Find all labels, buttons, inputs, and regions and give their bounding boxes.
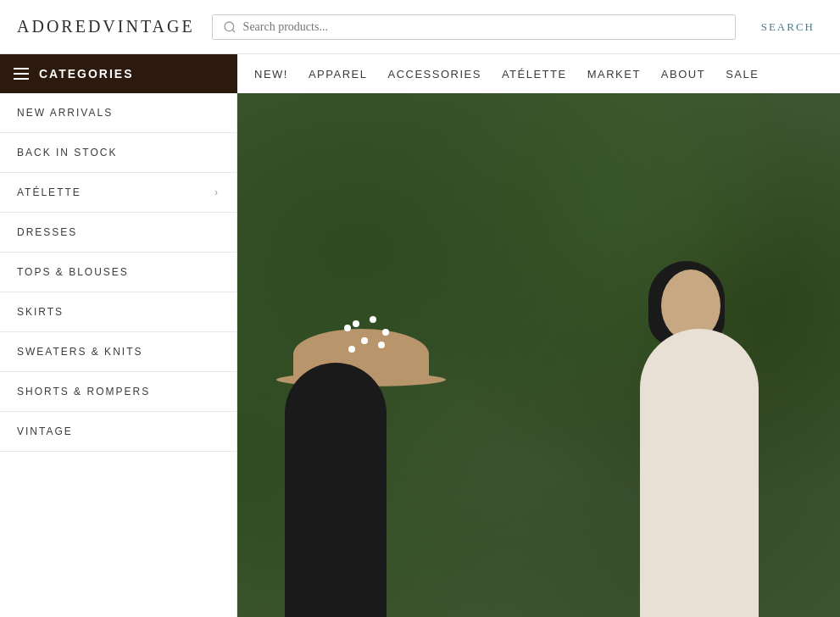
- categories-label: CATEGORIES: [39, 67, 134, 81]
- nav-link-new[interactable]: NEW!: [254, 68, 288, 81]
- sidebar-label-dresses: DRESSES: [17, 226, 77, 238]
- sidebar-item-tops-blouses[interactable]: TOPS & BLOUSES: [0, 253, 236, 292]
- sidebar-item-atelette[interactable]: ATÉLETTE›: [0, 173, 236, 213]
- main-nav: NEW!APPARELACCESSORIESATÉLETTEMARKETABOU…: [237, 54, 776, 93]
- sidebar-label-skirts: SKIRTS: [17, 306, 64, 318]
- hero-background: [237, 93, 840, 617]
- page-body: NEW ARRIVALSBACK IN STOCKATÉLETTE›DRESSE…: [0, 93, 840, 617]
- person-left: [268, 261, 437, 617]
- sidebar-label-new-arrivals: NEW ARRIVALS: [17, 107, 113, 119]
- sidebar-label-sweaters-knits: SWEATERS & KNITS: [17, 346, 142, 358]
- sidebar-label-tops-blouses: TOPS & BLOUSES: [17, 266, 129, 278]
- sidebar-item-sweaters-knits[interactable]: SWEATERS & KNITS: [0, 332, 236, 372]
- header: ADOREDVINTAGE SEARCH: [0, 0, 840, 54]
- search-button[interactable]: SEARCH: [753, 20, 823, 34]
- nav-link-atelette[interactable]: ATÉLETTE: [502, 68, 567, 81]
- categories-toggle[interactable]: CATEGORIES: [0, 54, 237, 93]
- sidebar-label-atelette: ATÉLETTE: [17, 186, 81, 198]
- flowers: [336, 312, 403, 380]
- nav-link-about[interactable]: ABOUT: [661, 68, 705, 81]
- chevron-right-icon: ›: [214, 186, 220, 198]
- nav-link-apparel[interactable]: APPAREL: [309, 68, 368, 81]
- hero-section: [237, 93, 840, 617]
- nav-link-market[interactable]: MARKET: [587, 68, 641, 81]
- search-input[interactable]: [243, 20, 725, 34]
- nav-link-accessories[interactable]: ACCESSORIES: [387, 68, 481, 81]
- sidebar-item-back-in-stock[interactable]: BACK IN STOCK: [0, 133, 236, 173]
- hamburger-icon: [14, 68, 29, 80]
- search-icon: [223, 20, 236, 34]
- nav-link-sale[interactable]: SALE: [726, 68, 759, 81]
- svg-point-0: [225, 22, 234, 31]
- body-left: [285, 363, 387, 617]
- svg-line-1: [232, 30, 235, 32]
- sidebar-item-skirts[interactable]: SKIRTS: [0, 292, 236, 332]
- sidebar: NEW ARRIVALSBACK IN STOCKATÉLETTE›DRESSE…: [0, 93, 237, 617]
- sidebar-item-shorts-rompers[interactable]: SHORTS & ROMPERS: [0, 372, 236, 412]
- sidebar-item-vintage[interactable]: VINTAGE: [0, 412, 236, 452]
- sidebar-item-new-arrivals[interactable]: NEW ARRIVALS: [0, 93, 236, 133]
- nav-bar: CATEGORIES NEW!APPARELACCESSORIESATÉLETT…: [0, 54, 840, 93]
- person-right: [615, 236, 809, 617]
- sidebar-item-dresses[interactable]: DRESSES: [0, 213, 236, 253]
- sidebar-label-shorts-rompers: SHORTS & ROMPERS: [17, 386, 150, 397]
- sidebar-label-back-in-stock: BACK IN STOCK: [17, 147, 117, 158]
- site-logo[interactable]: ADOREDVINTAGE: [17, 17, 195, 36]
- body-right: [640, 329, 759, 617]
- sidebar-label-vintage: VINTAGE: [17, 425, 73, 437]
- search-wrapper: [212, 14, 736, 40]
